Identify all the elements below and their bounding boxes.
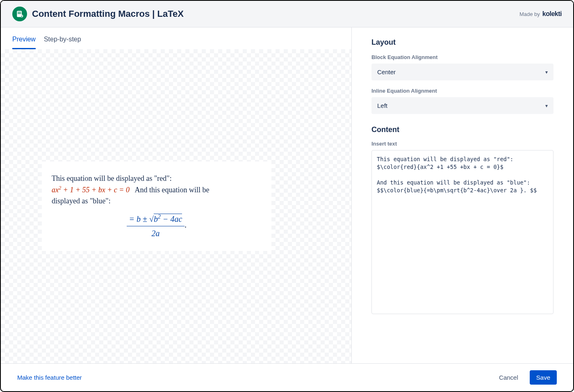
insert-text-label: Insert text — [371, 141, 554, 147]
equation-blue: = b ± √b2 − 4ac 2a . — [52, 212, 262, 239]
made-by: Made by kolekti — [519, 10, 562, 18]
preview-text-1: This equation will be displayed as "red"… — [52, 174, 172, 182]
tab-preview[interactable]: Preview — [12, 32, 36, 49]
brand-name: kolekti — [542, 10, 562, 18]
eq-denominator: 2a — [152, 226, 160, 239]
made-by-prefix: Made by — [519, 11, 540, 17]
header-left: Content Formatting Macros | LaTeX — [12, 7, 184, 21]
block-alignment-label: Block Equation Alignment — [371, 54, 554, 60]
content-textarea[interactable] — [371, 150, 554, 314]
app-icon — [12, 7, 27, 21]
inline-alignment-label: Inline Equation Alignment — [371, 88, 554, 94]
chevron-down-icon: ▾ — [545, 69, 548, 75]
inline-alignment-select[interactable]: Left ▾ — [371, 97, 554, 114]
svg-rect-2 — [18, 13, 21, 14]
preview-area: This equation will be displayed as "red"… — [1, 49, 351, 363]
preview-card: This equation will be displayed as "red"… — [42, 162, 271, 251]
layout-section-title: Layout — [371, 38, 554, 47]
tab-step-by-step[interactable]: Step-by-step — [44, 32, 81, 49]
equation-red: ax2 + 1 + 55 + bx + c = 0 — [52, 186, 130, 194]
footer: Make this feature better Cancel Save — [1, 363, 573, 391]
svg-rect-1 — [18, 12, 21, 13]
cancel-button[interactable]: Cancel — [492, 370, 525, 385]
feedback-link[interactable]: Make this feature better — [17, 374, 82, 381]
header-bar: Content Formatting Macros | LaTeX Made b… — [1, 1, 573, 27]
save-button[interactable]: Save — [530, 370, 557, 385]
preview-text-1-after: And this equation will be — [135, 186, 210, 194]
preview-text-2: displayed as "blue": — [52, 197, 111, 205]
chevron-down-icon: ▾ — [545, 103, 548, 109]
eq-suffix: . — [184, 221, 187, 230]
block-alignment-select[interactable]: Center ▾ — [371, 64, 554, 80]
content-section-title: Content — [371, 125, 554, 134]
block-alignment-value: Center — [377, 68, 396, 75]
tabs: Preview Step-by-step — [1, 27, 351, 49]
eq-numerator-prefix: = b ± — [129, 214, 149, 223]
inline-alignment-value: Left — [377, 102, 387, 109]
page-title: Content Formatting Macros | LaTeX — [32, 9, 184, 19]
